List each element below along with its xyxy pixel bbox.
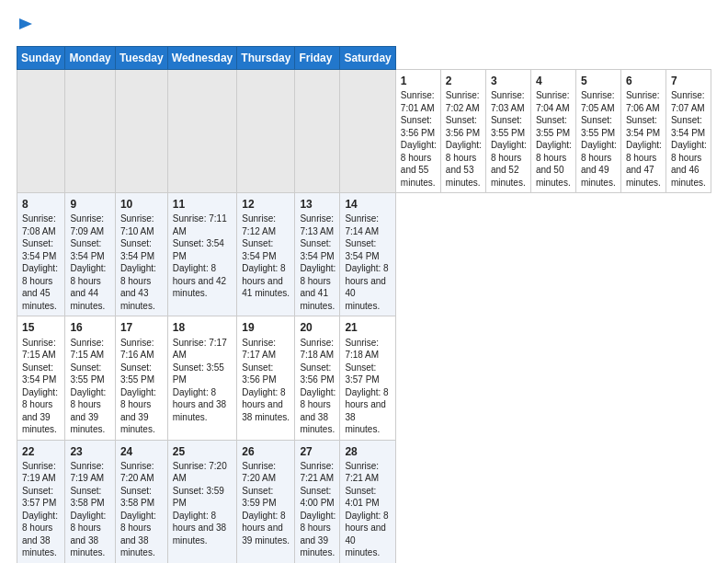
- logo: [17, 17, 35, 37]
- daylight-text: Daylight: 8 hours and 38 minutes.: [173, 386, 233, 424]
- sunrise-text: Sunrise: 7:06 AM: [626, 89, 662, 114]
- calendar-cell: 27Sunrise: 7:21 AMSunset: 4:00 PMDayligh…: [295, 440, 340, 563]
- calendar-cell: 12Sunrise: 7:12 AMSunset: 3:54 PMDayligh…: [237, 193, 295, 316]
- day-number: 2: [446, 74, 482, 88]
- daylight-text: Daylight: 8 hours and 43 minutes.: [120, 262, 164, 312]
- sunrise-text: Sunrise: 7:20 AM: [120, 460, 164, 485]
- calendar-header-row: SundayMondayTuesdayWednesdayThursdayFrid…: [17, 47, 711, 70]
- sunrise-text: Sunrise: 7:15 AM: [22, 337, 61, 362]
- daylight-text: Daylight: 8 hours and 42 minutes.: [173, 262, 233, 300]
- sunset-text: Sunset: 3:54 PM: [242, 237, 290, 262]
- calendar-table: SundayMondayTuesdayWednesdayThursdayFrid…: [17, 46, 711, 563]
- sunrise-text: Sunrise: 7:18 AM: [345, 337, 391, 362]
- day-number: 15: [22, 320, 61, 335]
- day-number: 7: [671, 74, 707, 88]
- sunset-text: Sunset: 3:58 PM: [70, 485, 110, 510]
- calendar-cell: [295, 70, 340, 193]
- sunrise-text: Sunrise: 7:05 AM: [581, 89, 617, 114]
- daylight-text: Daylight: 8 hours and 38 minutes.: [173, 510, 233, 547]
- header-cell-monday: Monday: [65, 47, 115, 70]
- sunset-text: Sunset: 3:54 PM: [22, 237, 61, 262]
- sunset-text: Sunset: 3:56 PM: [242, 362, 290, 386]
- day-number: 4: [536, 74, 572, 88]
- calendar-cell: 14Sunrise: 7:14 AMSunset: 3:54 PMDayligh…: [340, 193, 395, 316]
- day-number: 22: [22, 444, 61, 459]
- daylight-text: Daylight: 8 hours and 38 minutes.: [22, 510, 61, 559]
- header-cell-saturday: Saturday: [340, 47, 395, 70]
- calendar-cell: [340, 70, 395, 193]
- calendar-cell: 15Sunrise: 7:15 AMSunset: 3:54 PMDayligh…: [17, 316, 65, 440]
- calendar-cell: 18Sunrise: 7:17 AMSunset: 3:55 PMDayligh…: [167, 316, 237, 440]
- daylight-text: Daylight: 8 hours and 40 minutes.: [345, 262, 391, 312]
- calendar-cell: 9Sunrise: 7:09 AMSunset: 3:54 PMDaylight…: [65, 193, 115, 316]
- sunrise-text: Sunrise: 7:19 AM: [22, 460, 61, 485]
- sunrise-text: Sunrise: 7:21 AM: [300, 460, 336, 485]
- calendar-cell: 24Sunrise: 7:20 AMSunset: 3:58 PMDayligh…: [115, 440, 167, 563]
- sunrise-text: Sunrise: 7:16 AM: [120, 337, 164, 362]
- calendar-week-2: 8Sunrise: 7:08 AMSunset: 3:54 PMDaylight…: [17, 193, 711, 316]
- sunrise-text: Sunrise: 7:20 AM: [242, 460, 290, 485]
- daylight-text: Daylight: 8 hours and 39 minutes.: [22, 386, 61, 436]
- sunset-text: Sunset: 4:01 PM: [345, 485, 391, 510]
- sunset-text: Sunset: 3:54 PM: [173, 237, 233, 262]
- header: [17, 17, 711, 37]
- sunrise-text: Sunrise: 7:08 AM: [22, 213, 61, 237]
- calendar-cell: 4Sunrise: 7:04 AMSunset: 3:55 PMDaylight…: [530, 70, 575, 193]
- day-number: 21: [345, 320, 391, 335]
- calendar-cell: [237, 70, 295, 193]
- svg-marker-0: [19, 18, 32, 29]
- calendar-cell: 17Sunrise: 7:16 AMSunset: 3:55 PMDayligh…: [115, 316, 167, 440]
- daylight-text: Daylight: 8 hours and 41 minutes.: [300, 262, 336, 312]
- sunset-text: Sunset: 3:57 PM: [345, 362, 391, 386]
- day-number: 14: [345, 197, 391, 212]
- daylight-text: Daylight: 8 hours and 46 minutes.: [671, 139, 707, 189]
- calendar-cell: 10Sunrise: 7:10 AMSunset: 3:54 PMDayligh…: [115, 193, 167, 316]
- day-number: 20: [300, 320, 336, 335]
- calendar-cell: 2Sunrise: 7:02 AMSunset: 3:56 PMDaylight…: [440, 70, 485, 193]
- calendar-cell: [17, 70, 65, 193]
- header-cell-wednesday: Wednesday: [167, 47, 237, 70]
- sunset-text: Sunset: 3:54 PM: [671, 114, 707, 139]
- daylight-text: Daylight: 8 hours and 47 minutes.: [626, 139, 662, 189]
- calendar-cell: [115, 70, 167, 193]
- sunset-text: Sunset: 3:54 PM: [626, 114, 662, 139]
- sunset-text: Sunset: 3:54 PM: [300, 237, 336, 262]
- sunrise-text: Sunrise: 7:12 AM: [242, 213, 290, 237]
- daylight-text: Daylight: 8 hours and 45 minutes.: [22, 262, 61, 312]
- sunset-text: Sunset: 3:55 PM: [581, 114, 617, 139]
- calendar-cell: 25Sunrise: 7:20 AMSunset: 3:59 PMDayligh…: [167, 440, 237, 563]
- page: SundayMondayTuesdayWednesdayThursdayFrid…: [0, 0, 728, 563]
- sunrise-text: Sunrise: 7:19 AM: [70, 460, 110, 485]
- calendar-cell: [65, 70, 115, 193]
- calendar-cell: 23Sunrise: 7:19 AMSunset: 3:58 PMDayligh…: [65, 440, 115, 563]
- daylight-text: Daylight: 8 hours and 38 minutes.: [300, 386, 336, 436]
- daylight-text: Daylight: 8 hours and 50 minutes.: [536, 139, 572, 189]
- sunset-text: Sunset: 3:56 PM: [300, 362, 336, 386]
- sunrise-text: Sunrise: 7:13 AM: [300, 213, 336, 237]
- sunset-text: Sunset: 3:59 PM: [173, 485, 233, 510]
- daylight-text: Daylight: 8 hours and 38 minutes.: [70, 510, 110, 559]
- sunrise-text: Sunrise: 7:01 AM: [401, 89, 437, 114]
- calendar-cell: 3Sunrise: 7:03 AMSunset: 3:55 PMDaylight…: [485, 70, 530, 193]
- daylight-text: Daylight: 8 hours and 39 minutes.: [300, 510, 336, 559]
- sunset-text: Sunset: 3:54 PM: [22, 362, 61, 386]
- daylight-text: Daylight: 8 hours and 39 minutes.: [70, 386, 110, 436]
- sunset-text: Sunset: 3:59 PM: [242, 485, 290, 510]
- calendar-cell: 1Sunrise: 7:01 AMSunset: 3:56 PMDaylight…: [395, 70, 440, 193]
- daylight-text: Daylight: 8 hours and 39 minutes.: [242, 510, 290, 547]
- sunrise-text: Sunrise: 7:18 AM: [300, 337, 336, 362]
- calendar-cell: 5Sunrise: 7:05 AMSunset: 3:55 PMDaylight…: [575, 70, 620, 193]
- day-number: 12: [242, 197, 290, 212]
- day-number: 8: [22, 197, 61, 212]
- day-number: 5: [581, 74, 617, 88]
- calendar-week-3: 15Sunrise: 7:15 AMSunset: 3:54 PMDayligh…: [17, 316, 711, 440]
- calendar-cell: 8Sunrise: 7:08 AMSunset: 3:54 PMDaylight…: [17, 193, 65, 316]
- daylight-text: Daylight: 8 hours and 44 minutes.: [70, 262, 110, 312]
- calendar-cell: 13Sunrise: 7:13 AMSunset: 3:54 PMDayligh…: [295, 193, 340, 316]
- sunset-text: Sunset: 3:54 PM: [120, 237, 164, 262]
- sunset-text: Sunset: 3:55 PM: [173, 362, 233, 386]
- sunrise-text: Sunrise: 7:14 AM: [345, 213, 391, 237]
- daylight-text: Daylight: 8 hours and 38 minutes.: [120, 510, 164, 559]
- calendar-cell: 20Sunrise: 7:18 AMSunset: 3:56 PMDayligh…: [295, 316, 340, 440]
- calendar-cell: 21Sunrise: 7:18 AMSunset: 3:57 PMDayligh…: [340, 316, 395, 440]
